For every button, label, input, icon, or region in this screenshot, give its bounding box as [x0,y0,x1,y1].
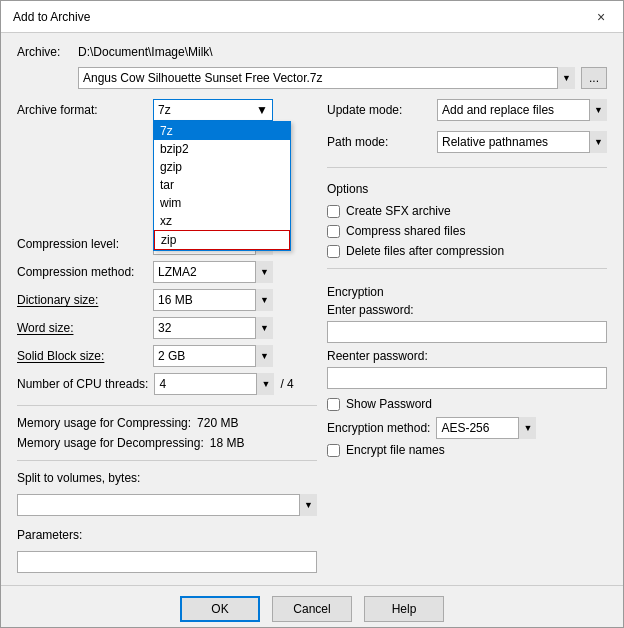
encryption-method-row: Encryption method: AES-256 ▼ [327,417,607,439]
update-mode-label: Update mode: [327,103,407,117]
archive-path: D:\Document\Image\Milk\ [78,45,607,59]
encrypt-filenames-label: Encrypt file names [346,443,445,457]
options-section-label: Options [327,182,607,196]
add-to-archive-dialog: Add to Archive × Archive: D:\Document\Im… [0,0,624,628]
format-option-tar[interactable]: tar [154,176,290,194]
path-mode-select[interactable]: Relative pathnames Absolute pathnames No… [437,131,607,153]
format-option-gzip[interactable]: gzip [154,158,290,176]
encrypt-filenames-checkbox[interactable] [327,444,340,457]
encryption-method-select[interactable]: AES-256 [436,417,536,439]
update-mode-select[interactable]: Add and replace files Update and add fil… [437,99,607,121]
memory-compress-label: Memory usage for Compressing: [17,416,191,430]
dialog-footer: OK Cancel Help [1,585,623,628]
create-sfx-label: Create SFX archive [346,204,451,218]
compression-method-combo-wrapper: LZMA2 ▼ [153,261,273,283]
update-mode-row: Update mode: Add and replace files Updat… [327,99,607,121]
enter-password-label: Enter password: [327,303,607,317]
encryption-section-label: Encryption [327,285,607,299]
reenter-password-label: Reenter password: [327,349,607,363]
path-mode-row: Path mode: Relative pathnames Absolute p… [327,131,607,153]
show-password-checkbox[interactable] [327,398,340,411]
split-select[interactable] [17,494,317,516]
encryption-section: Encryption Enter password: Reenter passw… [327,285,607,457]
compress-shared-checkbox[interactable] [327,225,340,238]
path-mode-combo-wrapper: Relative pathnames Absolute pathnames No… [437,131,607,153]
compression-method-row: Compression method: LZMA2 ▼ [17,261,317,283]
word-size-label: Word size: [17,321,147,335]
cpu-threads-row: Number of CPU threads: 1 2 4 ▼ / 4 [17,373,317,395]
word-size-combo-wrapper: 32 64 128 ▼ [153,317,273,339]
archive-filename-combo-wrapper: Angus Cow Silhouette Sunset Free Vector.… [78,67,575,89]
format-option-wim[interactable]: wim [154,194,290,212]
solid-block-size-select[interactable]: 2 GB [153,345,273,367]
archive-filename-select[interactable]: Angus Cow Silhouette Sunset Free Vector.… [78,67,575,89]
format-option-xz[interactable]: xz [154,212,290,230]
compress-shared-row: Compress shared files [327,224,607,238]
title-bar: Add to Archive × [1,1,623,33]
left-column: Archive format: 7z ▼ 7z bzip2 gzip tar w… [17,99,317,573]
memory-compress-row: Memory usage for Compressing: 720 MB [17,416,317,430]
ok-button[interactable]: OK [180,596,260,622]
solid-block-size-row: Solid Block size: 2 GB ▼ [17,345,317,367]
close-button[interactable]: × [591,7,611,27]
main-columns: Archive format: 7z ▼ 7z bzip2 gzip tar w… [17,99,607,573]
solid-block-size-label: Solid Block size: [17,349,147,363]
dictionary-size-row: Dictionary size: 16 MB 32 MB 64 MB ▼ [17,289,317,311]
word-size-select[interactable]: 32 64 128 [153,317,273,339]
compression-level-label: Compression level: [17,237,147,251]
memory-decompress-label: Memory usage for Decompressing: [17,436,204,450]
solid-block-size-combo-wrapper: 2 GB ▼ [153,345,273,367]
word-size-row: Word size: 32 64 128 ▼ [17,317,317,339]
params-input[interactable] [17,551,317,573]
delete-after-row: Delete files after compression [327,244,607,258]
cpu-threads-select[interactable]: 1 2 4 [154,373,274,395]
dictionary-size-label: Dictionary size: [17,293,147,307]
cpu-threads-label: Number of CPU threads: [17,377,148,391]
format-option-bzip2[interactable]: bzip2 [154,140,290,158]
cpu-threads-combo-wrapper: 1 2 4 ▼ [154,373,274,395]
compression-method-select[interactable]: LZMA2 [153,261,273,283]
archive-path-row: Archive: D:\Document\Image\Milk\ [17,45,607,59]
browse-button[interactable]: ... [581,67,607,89]
split-label: Split to volumes, bytes: [17,471,317,485]
memory-decompress-value: 18 MB [210,436,245,450]
create-sfx-row: Create SFX archive [327,204,607,218]
compress-shared-label: Compress shared files [346,224,465,238]
reenter-password-input[interactable] [327,367,607,389]
cpu-threads-total: / 4 [280,377,293,391]
create-sfx-checkbox[interactable] [327,205,340,218]
format-combo[interactable]: 7z ▼ [153,99,273,121]
format-option-7z[interactable]: 7z [154,122,290,140]
encryption-method-label: Encryption method: [327,421,430,435]
params-label: Parameters: [17,528,317,542]
delete-after-checkbox[interactable] [327,245,340,258]
format-selected: 7z [158,103,171,117]
dictionary-size-combo-wrapper: 16 MB 32 MB 64 MB ▼ [153,289,273,311]
show-password-label: Show Password [346,397,432,411]
update-mode-combo-wrapper: Add and replace files Update and add fil… [437,99,607,121]
format-label: Archive format: [17,103,147,117]
dialog-title: Add to Archive [13,10,90,24]
encryption-method-combo-wrapper: AES-256 ▼ [436,417,536,439]
archive-filename-row: Angus Cow Silhouette Sunset Free Vector.… [17,67,607,89]
dictionary-size-select[interactable]: 16 MB 32 MB 64 MB [153,289,273,311]
archive-label: Archive: [17,45,72,59]
help-button[interactable]: Help [364,596,444,622]
right-column: Update mode: Add and replace files Updat… [327,99,607,573]
format-option-zip[interactable]: zip [154,230,290,250]
cancel-button[interactable]: Cancel [272,596,352,622]
memory-compress-value: 720 MB [197,416,238,430]
dialog-content: Archive: D:\Document\Image\Milk\ Angus C… [1,33,623,585]
encrypt-filenames-row: Encrypt file names [327,443,607,457]
enter-password-input[interactable] [327,321,607,343]
split-combo-wrapper: ▼ [17,494,317,516]
memory-decompress-row: Memory usage for Decompressing: 18 MB [17,436,317,450]
show-password-row: Show Password [327,397,607,411]
compression-method-label: Compression method: [17,265,147,279]
format-dropdown: 7z bzip2 gzip tar wim xz zip [153,121,291,251]
format-arrow: ▼ [256,103,268,117]
path-mode-label: Path mode: [327,135,407,149]
archive-format-row: Archive format: 7z ▼ 7z bzip2 gzip tar w… [17,99,317,121]
delete-after-label: Delete files after compression [346,244,504,258]
